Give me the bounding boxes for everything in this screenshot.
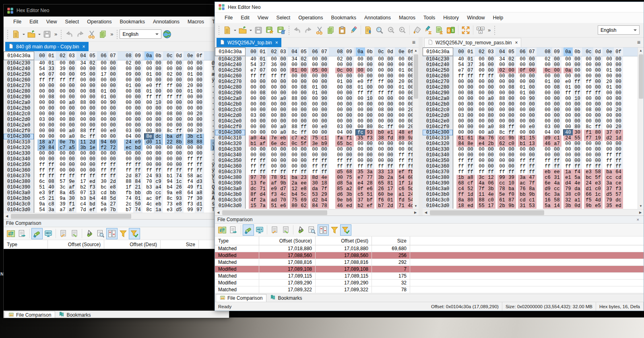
hex-byte[interactable]: a8 xyxy=(195,190,204,196)
hex-byte[interactable]: 0a xyxy=(564,68,573,73)
hex-byte[interactable]: 78 xyxy=(269,175,279,180)
hex-byte[interactable]: 08 xyxy=(88,89,97,94)
row-offset[interactable]: 0104c330 xyxy=(4,151,34,156)
row-offset[interactable]: 0104c260 xyxy=(4,77,34,83)
row-offset[interactable]: 0104c2f0 xyxy=(423,124,453,130)
hex-byte[interactable]: 15 xyxy=(527,135,537,141)
hex-byte[interactable]: 00 xyxy=(299,68,308,73)
hex-byte[interactable]: 00 xyxy=(552,90,561,96)
hex-byte[interactable]: 13 xyxy=(249,180,258,186)
hex-byte[interactable]: ff xyxy=(543,164,552,169)
hex-byte[interactable]: 58 xyxy=(186,173,195,179)
hex-byte[interactable]: 01 xyxy=(356,85,365,90)
hex-byte[interactable]: 00 xyxy=(108,89,118,94)
hex-byte[interactable]: 00 xyxy=(88,168,97,173)
hex-byte[interactable]: ff xyxy=(527,164,537,169)
hex-byte[interactable]: 68 xyxy=(345,169,354,175)
hex-byte[interactable]: ff xyxy=(310,169,320,175)
hex-byte[interactable]: 12 xyxy=(290,186,299,192)
hex-byte[interactable]: 00 xyxy=(124,66,133,72)
hex-byte[interactable]: f0 xyxy=(507,192,516,197)
cut-icon[interactable] xyxy=(314,25,325,36)
hex-byte[interactable]: 00 xyxy=(466,102,475,107)
hex-byte[interactable]: 00 xyxy=(108,66,118,72)
hex-byte[interactable]: 88 xyxy=(497,96,507,102)
hex-byte[interactable]: 00 xyxy=(99,156,108,162)
fc-col-header-1[interactable]: Offset (Source) xyxy=(259,236,316,245)
hex-byte[interactable]: 4a xyxy=(258,135,267,141)
hex-byte[interactable]: 8c xyxy=(78,134,88,139)
hex-byte[interactable]: ff xyxy=(37,77,47,83)
menu-item-macros[interactable]: Macros xyxy=(184,17,208,27)
hex-byte[interactable]: 0c xyxy=(290,141,299,147)
hex-byte[interactable]: c6 xyxy=(543,175,552,180)
hex-byte[interactable]: 20 xyxy=(605,79,614,85)
hex-byte[interactable]: c1 xyxy=(552,135,561,141)
hex-byte[interactable]: 00 xyxy=(335,152,345,158)
hex-byte[interactable]: 3a xyxy=(552,192,561,197)
hex-byte[interactable]: ff xyxy=(376,90,386,96)
hex-byte[interactable]: a7 xyxy=(47,139,56,145)
hex-byte[interactable]: 00 xyxy=(279,118,288,124)
row-offset[interactable]: 0104c310 xyxy=(423,135,453,141)
hex-byte[interactable]: a1 xyxy=(397,192,406,197)
hex-byte[interactable]: 13 xyxy=(88,190,97,196)
hex-byte[interactable]: 00 xyxy=(78,106,88,111)
hex-byte[interactable]: 80 xyxy=(67,117,76,122)
hex-byte[interactable]: 03 xyxy=(37,117,47,122)
hex-byte[interactable]: 00 xyxy=(78,162,88,168)
hex-byte[interactable]: e3 xyxy=(593,180,603,186)
hex-byte[interactable]: 00 xyxy=(58,106,67,111)
hex-byte[interactable]: 00 xyxy=(564,147,573,152)
hex-byte[interactable]: 00 xyxy=(573,113,582,118)
row-offset[interactable]: 0104c2b0 xyxy=(4,106,34,111)
hex-byte[interactable]: dc xyxy=(614,197,623,203)
menu-item-edit[interactable]: Edit xyxy=(237,12,254,23)
hex-byte[interactable]: 37 xyxy=(605,130,614,135)
hex-byte[interactable]: d4 xyxy=(564,180,573,186)
hex-byte[interactable]: 24 xyxy=(406,192,413,197)
dropdown-arrow-icon[interactable] xyxy=(37,29,41,40)
row-offset[interactable]: 0104c2e0 xyxy=(4,122,34,128)
erase-icon[interactable] xyxy=(348,25,359,36)
hex-byte[interactable]: 00 xyxy=(614,90,623,96)
hex-byte[interactable]: e3 xyxy=(584,169,593,175)
hex-byte[interactable]: 00 xyxy=(258,79,267,85)
hex-byte[interactable]: 53 xyxy=(527,203,537,209)
hex-byte[interactable]: 00 xyxy=(497,158,507,164)
hex-byte[interactable]: 00 xyxy=(290,118,299,124)
row-offset[interactable]: 0104c340 xyxy=(215,152,246,158)
row-offset[interactable]: 0104c3d0 xyxy=(4,207,34,213)
hex-byte[interactable]: d4 xyxy=(258,192,267,197)
hex-byte[interactable]: 1e xyxy=(88,145,97,151)
hex-byte[interactable]: 00 xyxy=(345,79,354,85)
hex-byte[interactable]: bc xyxy=(584,175,593,180)
hex-byte[interactable]: 7e xyxy=(269,135,279,141)
hex-byte[interactable]: 00 xyxy=(486,102,495,107)
hex-byte[interactable]: 80 xyxy=(279,113,288,118)
hex-byte[interactable]: 00 xyxy=(605,107,614,113)
hex-byte[interactable]: 58 xyxy=(593,169,603,175)
hex-byte[interactable]: 00 xyxy=(124,151,133,156)
hex-byte[interactable]: 2a xyxy=(258,197,267,203)
hex-byte[interactable]: 00 xyxy=(58,134,67,139)
hex-byte[interactable]: 00 xyxy=(345,113,354,118)
hex-byte[interactable]: 00 xyxy=(290,62,299,68)
hex-byte[interactable]: 00 xyxy=(320,56,329,62)
hex-byte[interactable]: ff xyxy=(466,158,475,164)
hex-byte[interactable]: 18 xyxy=(37,139,47,145)
hex-byte[interactable]: 00 xyxy=(133,122,142,128)
hscroll-track[interactable] xyxy=(429,209,637,216)
hex-byte[interactable]: 00 xyxy=(552,62,561,68)
hex-byte[interactable]: 02 xyxy=(165,72,174,77)
hex-byte[interactable]: 00 xyxy=(144,60,154,66)
hex-byte[interactable]: 00 xyxy=(605,113,614,118)
hex-byte[interactable]: 00 xyxy=(310,152,320,158)
doc-tab-w25q256jv-top-remove-pass[interactable]: W25Q256JV_top_remove_pass.bin × xyxy=(424,38,521,47)
hex-byte[interactable]: 00 xyxy=(67,60,76,66)
hex-byte[interactable]: 00 xyxy=(269,118,279,124)
hex-byte[interactable]: 54 xyxy=(397,175,406,180)
hex-byte[interactable]: 8c xyxy=(497,130,507,135)
hex-byte[interactable]: 31 xyxy=(518,203,527,209)
hex-byte[interactable]: 00 xyxy=(78,66,88,72)
